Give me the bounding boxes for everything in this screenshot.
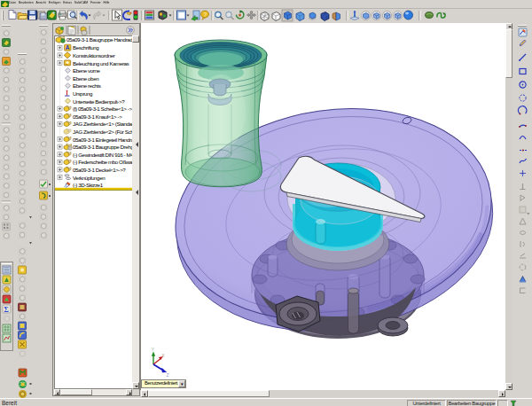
svg-text:Ebene vorne: Ebene vorne — [73, 67, 100, 74]
svg-text:A: A — [66, 44, 70, 51]
svg-text:(-) 3D-Skizze1: (-) 3D-Skizze1 — [73, 182, 104, 188]
svg-text:Beschriftung: Beschriftung — [73, 45, 99, 51]
svg-text:Y: Y — [151, 347, 154, 352]
svg-text:Ebene oben: Ebene oben — [73, 75, 99, 82]
svg-text:Verknüpfungen: Verknüpfungen — [73, 175, 106, 181]
svg-text:Beleuchtung und Kameras: Beleuchtung und Kameras — [73, 60, 129, 66]
svg-text:05a09-3-1 Einlegeteil Handrad: 05a09-3-1 Einlegeteil Handrad — [73, 137, 132, 143]
svg-text:JAG Zierblende<1> (Standard: JAG Zierblende<1> (Standard — [73, 121, 132, 128]
svg-text:(-) Federscheibe mbo Oßwald: (-) Federscheibe mbo Oßwald — [73, 160, 132, 166]
svg-text:05a09-3-1 Baugruppe Handrad (: 05a09-3-1 Baugruppe Handrad (f — [66, 36, 132, 43]
svg-text:05a09-3-1 Deckel<1>->?: 05a09-3-1 Deckel<1>->? — [73, 167, 126, 173]
svg-text:Z: Z — [166, 372, 168, 378]
svg-text:?: ? — [203, 12, 207, 18]
svg-text:05a09-3-1 Knauf<1> ->: 05a09-3-1 Knauf<1> -> — [73, 113, 122, 120]
svg-text:(f) 05a09-3-1 Scheibe<1> ->: (f) 05a09-3-1 Scheibe<1> -> — [73, 105, 132, 112]
svg-text:Ebene rechts: Ebene rechts — [73, 83, 101, 90]
svg-text:JAG Zierblende<2> (Für Schn: JAG Zierblende<2> (Für Schn — [73, 129, 132, 135]
svg-text:X: X — [161, 353, 165, 358]
svg-text:Ursprung: Ursprung — [73, 90, 93, 97]
svg-text:Σ: Σ — [4, 306, 9, 314]
svg-text:Unterseite Bedienpult->?: Unterseite Bedienpult->? — [73, 98, 125, 105]
svg-text:Konstruktionsordner: Konstruktionsordner — [73, 52, 115, 59]
svg-text:05a09-3-1 Baugruppe Drehge: 05a09-3-1 Baugruppe Drehge — [73, 144, 132, 150]
svg-text:(-) Gewindestift DIN 916 - M4: (-) Gewindestift DIN 916 - M4 — [73, 152, 132, 158]
